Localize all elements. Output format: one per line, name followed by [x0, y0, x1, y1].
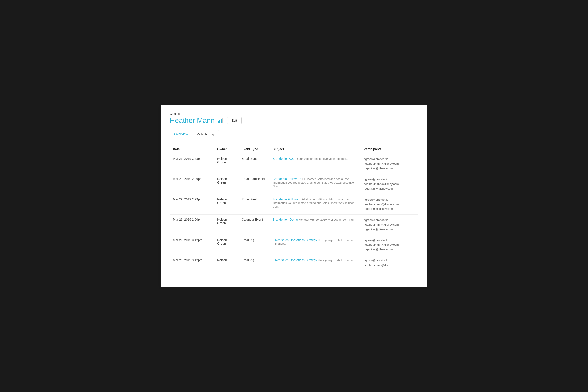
cell-date: Mar 26, 2019 3:12pm — [170, 255, 214, 271]
table-row[interactable]: Mar 29, 2019 3:28pm Nelson Green Email S… — [170, 154, 418, 174]
table-row[interactable]: Mar 29, 2019 2:00pm Nelson Green Calenda… — [170, 215, 418, 235]
cell-subject: Brander.io - Demo Monday Mar 29, 2019 @ … — [270, 215, 361, 235]
cell-event-type: Email (2) — [239, 235, 270, 255]
col-header-date: Date — [170, 145, 214, 154]
cell-owner: Nelson Green — [214, 174, 239, 194]
cell-owner: Nelson Green — [214, 215, 239, 235]
cell-subject: Re: Sales Operations Strategy Here you g… — [270, 235, 361, 255]
tab-activity-log[interactable]: Activity Log — [193, 130, 219, 138]
contact-card: Contact Heather Mann Edit Overview Activ… — [161, 105, 427, 287]
table-row[interactable]: Mar 29, 2019 2:29pm Nelson Green Email S… — [170, 194, 418, 214]
table-row[interactable]: Mar 26, 2019 3:12pm Nelson Email (2) Re:… — [170, 255, 418, 271]
cell-participants: ngreen@brander.io, heather.mann@disney.c… — [361, 215, 418, 235]
subject-link[interactable]: Re: Sales Operations Strategy — [275, 258, 317, 262]
cell-event-type: Calendar Event — [239, 215, 270, 235]
cell-date: Mar 29, 2019 2:29pm — [170, 174, 214, 194]
subject-link[interactable]: Brander.io - Demo — [273, 218, 298, 221]
col-header-owner: Owner — [214, 145, 239, 154]
cell-participants: ngreen@brander.io, heather.mann@disney.c… — [361, 235, 418, 255]
table-row[interactable]: Mar 26, 2019 3:12pm Nelson Green Email (… — [170, 235, 418, 255]
cell-event-type: Email (2) — [239, 255, 270, 271]
cell-date: Mar 26, 2019 3:12pm — [170, 235, 214, 255]
subject-link[interactable]: Brander.io Follow-up — [273, 198, 301, 201]
subject-link[interactable]: Brander.io Follow-up — [273, 177, 301, 181]
cell-subject: Brander.io Follow-up Hi Heather - Attach… — [270, 194, 361, 214]
activity-table: Date Owner Event Type Subject Participan… — [170, 144, 418, 271]
cell-event-type: Email Participant — [239, 174, 270, 194]
col-header-event-type: Event Type — [239, 145, 270, 154]
cell-participants: ngreen@brander.io, heather.mann@disney.c… — [361, 154, 418, 174]
contact-label: Contact — [170, 112, 418, 116]
signal-icon — [218, 118, 223, 123]
col-header-participants: Participants — [361, 145, 418, 154]
cell-subject: Brander.io POC Thank you for getting eve… — [270, 154, 361, 174]
cell-event-type: Email Sent — [239, 154, 270, 174]
cell-owner: Nelson Green — [214, 154, 239, 174]
cell-participants: ngreen@brander.io, heather.mann@dis... — [361, 255, 418, 271]
cell-subject: Re: Sales Operations Strategy Here you g… — [270, 255, 361, 271]
cell-owner: Nelson Green — [214, 235, 239, 255]
cell-owner: Nelson — [214, 255, 239, 271]
cell-date: Mar 29, 2019 2:29pm — [170, 194, 214, 214]
col-header-subject: Subject — [270, 145, 361, 154]
cell-participants: ngreen@brander.io, heather.mann@disney.c… — [361, 194, 418, 214]
edit-button[interactable]: Edit — [227, 117, 242, 124]
cell-subject: Brander.io Follow-up Hi Heather - Attach… — [270, 174, 361, 194]
tab-bar: Overview Activity Log — [170, 130, 418, 138]
subject-link[interactable]: Re: Sales Operations Strategy — [275, 238, 317, 242]
cell-date: Mar 29, 2019 2:00pm — [170, 215, 214, 235]
cell-owner: Nelson Green — [214, 194, 239, 214]
cell-participants: ngreen@brander.io, heather.mann@disney.c… — [361, 174, 418, 194]
cell-event-type: Email Sent — [239, 194, 270, 214]
cell-date: Mar 29, 2019 3:28pm — [170, 154, 214, 174]
subject-link[interactable]: Brander.io POC — [273, 157, 294, 160]
contact-name: Heather Mann — [170, 116, 223, 124]
tab-overview[interactable]: Overview — [170, 130, 193, 138]
table-row[interactable]: Mar 29, 2019 2:29pm Nelson Green Email P… — [170, 174, 418, 194]
